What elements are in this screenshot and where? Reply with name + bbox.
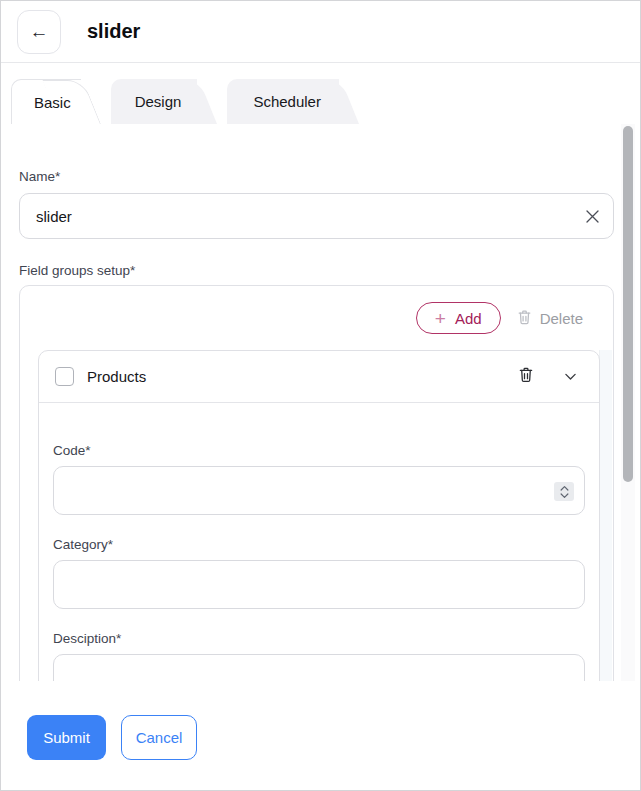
delete-button[interactable]: Delete (516, 308, 583, 329)
back-button[interactable]: ← (17, 10, 61, 54)
header: ← slider (1, 1, 640, 63)
tab-design[interactable]: Design (111, 79, 198, 124)
code-label: Code* (53, 443, 585, 458)
category-label: Category* (53, 537, 585, 552)
x-clear-icon[interactable] (584, 208, 600, 224)
footer: Submit Cancel (1, 681, 640, 790)
add-button[interactable]: + Add (416, 302, 501, 334)
scrollbar-track[interactable] (621, 124, 635, 683)
category-input[interactable] (54, 561, 584, 608)
tab-basic[interactable]: Basic (11, 79, 81, 124)
scrollbar-thumb[interactable] (623, 126, 633, 482)
desciption-label: Desciption* (53, 631, 585, 646)
group-checkbox[interactable] (55, 367, 74, 386)
form-scroll-area: Name* Field groups setup* + Add Delete (1, 124, 640, 683)
delete-button-label: Delete (540, 310, 583, 327)
name-label: Name* (19, 169, 640, 184)
add-button-label: Add (455, 310, 482, 327)
group-panel-products: Products Code* (38, 350, 600, 683)
group-trash-icon[interactable] (517, 365, 535, 388)
tab-bar: Basic Design Scheduler (1, 79, 640, 124)
group-header: Products (39, 351, 599, 403)
tab-basic-label: Basic (34, 94, 71, 111)
field-groups-panel: + Add Delete Products (19, 285, 614, 683)
field-category: Category* (53, 537, 585, 609)
groups-toolbar: + Add Delete (20, 286, 613, 334)
field-groups-label: Field groups setup* (19, 263, 640, 278)
cancel-button[interactable]: Cancel (121, 715, 197, 760)
trash-icon (516, 308, 533, 329)
arrow-left-icon: ← (30, 21, 49, 43)
name-input[interactable] (19, 193, 614, 239)
desciption-input[interactable] (54, 655, 584, 683)
plus-icon: + (435, 309, 446, 328)
tab-scheduler-label: Scheduler (253, 93, 321, 110)
group-fields: Code* Category* (39, 403, 599, 683)
tab-scheduler[interactable]: Scheduler (227, 79, 339, 124)
name-field-wrap (19, 193, 614, 239)
page-title: slider (87, 20, 140, 43)
inner-scroll-gutter (599, 350, 612, 683)
group-title: Products (87, 368, 146, 385)
submit-button[interactable]: Submit (27, 715, 106, 760)
field-desciption: Desciption* (53, 631, 585, 683)
code-input[interactable] (54, 467, 584, 514)
up-down-stepper-icon[interactable] (554, 482, 574, 501)
chevron-down-icon[interactable] (562, 368, 579, 385)
tab-design-label: Design (135, 93, 182, 110)
field-code: Code* (53, 443, 585, 515)
